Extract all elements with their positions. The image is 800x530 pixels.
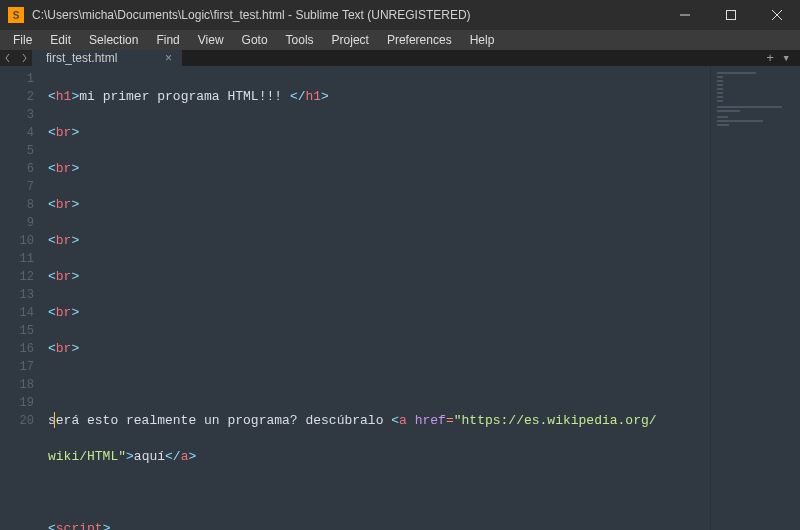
tabbar-actions: + ▾ <box>762 50 800 66</box>
line-number: 14 <box>0 304 34 322</box>
line-number: 2 <box>0 88 34 106</box>
minimap-line <box>717 96 723 98</box>
menu-find[interactable]: Find <box>147 30 188 50</box>
app-icon: S <box>8 7 24 23</box>
tab-label: first_test.html <box>46 51 117 65</box>
line-number: 15 <box>0 322 34 340</box>
minimap-line <box>717 100 723 102</box>
menubar: File Edit Selection Find View Goto Tools… <box>0 30 800 50</box>
line-number: 18 <box>0 376 34 394</box>
close-button[interactable] <box>754 0 800 30</box>
minimap-line <box>717 80 723 82</box>
tabbar: first_test.html × + ▾ <box>0 50 800 66</box>
minimap-line <box>717 120 763 122</box>
window-title: C:\Users\micha\Documents\Logic\first_tes… <box>32 8 662 22</box>
minimize-button[interactable] <box>662 0 708 30</box>
chevron-right-icon <box>20 54 28 62</box>
line-number: 17 <box>0 358 34 376</box>
line-number: 19 <box>0 394 34 412</box>
line-number: 8 <box>0 196 34 214</box>
line-gutter: 1 2 3 4 5 6 7 8 9 10 11 12 13 14 15 16 1… <box>0 66 48 530</box>
close-icon <box>772 10 782 20</box>
menu-file[interactable]: File <box>4 30 41 50</box>
menu-edit[interactable]: Edit <box>41 30 80 50</box>
tab-overflow-button[interactable]: ▾ <box>778 50 794 66</box>
maximize-icon <box>726 10 736 20</box>
menu-view[interactable]: View <box>189 30 233 50</box>
tab-first-test[interactable]: first_test.html × <box>32 50 182 66</box>
line-number: 9 <box>0 214 34 232</box>
line-number: 10 <box>0 232 34 250</box>
minimap-line <box>717 92 723 94</box>
line-number: 4 <box>0 124 34 142</box>
window-controls <box>662 0 800 30</box>
menu-selection[interactable]: Selection <box>80 30 147 50</box>
line-number: 3 <box>0 106 34 124</box>
line-number: 16 <box>0 340 34 358</box>
svg-rect-0 <box>727 11 736 20</box>
menu-preferences[interactable]: Preferences <box>378 30 461 50</box>
minimap-line <box>717 116 728 118</box>
tab-close-icon[interactable]: × <box>165 51 172 65</box>
menu-help[interactable]: Help <box>461 30 504 50</box>
minimap[interactable] <box>710 66 800 530</box>
minimap-line <box>717 72 756 74</box>
line-number: 12 <box>0 268 34 286</box>
line-number: 7 <box>0 178 34 196</box>
window-titlebar: S C:\Users\micha\Documents\Logic\first_t… <box>0 0 800 30</box>
tab-history-back[interactable] <box>0 50 16 66</box>
line-number: 6 <box>0 160 34 178</box>
line-number: 5 <box>0 142 34 160</box>
minimap-line <box>717 84 723 86</box>
line-number: 1 <box>0 70 34 88</box>
code-area[interactable]: <h1>mi primer programa HTML!!! </h1> <br… <box>48 66 710 530</box>
line-number: 20 <box>0 412 34 430</box>
editor[interactable]: 1 2 3 4 5 6 7 8 9 10 11 12 13 14 15 16 1… <box>0 66 800 530</box>
minimap-line <box>717 88 723 90</box>
minimize-icon <box>680 10 690 20</box>
minimap-line <box>717 106 782 108</box>
text-cursor <box>54 412 55 428</box>
line-number: 11 <box>0 250 34 268</box>
menu-tools[interactable]: Tools <box>277 30 323 50</box>
minimap-line <box>717 76 723 78</box>
menu-project[interactable]: Project <box>323 30 378 50</box>
tab-history-forward[interactable] <box>16 50 32 66</box>
menu-goto[interactable]: Goto <box>233 30 277 50</box>
chevron-left-icon <box>4 54 12 62</box>
maximize-button[interactable] <box>708 0 754 30</box>
minimap-line <box>717 124 729 126</box>
line-number: 13 <box>0 286 34 304</box>
minimap-line <box>717 110 740 112</box>
new-tab-button[interactable]: + <box>762 51 778 66</box>
